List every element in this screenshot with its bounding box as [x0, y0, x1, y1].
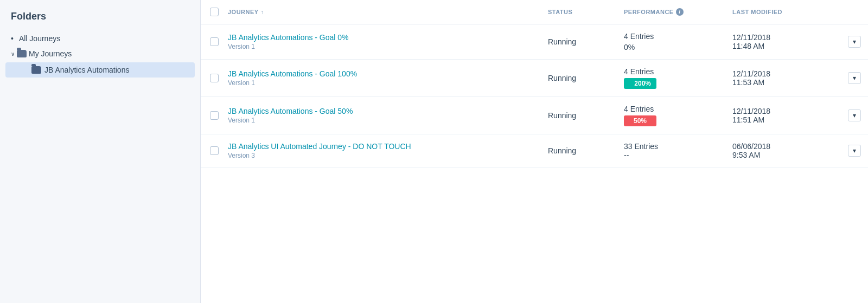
row1-action-button[interactable]: ▾ — [848, 36, 861, 48]
row3-journey-cell: JB Analytics Automations - Goal 50% Vers… — [228, 107, 548, 124]
row4-last-modified: 06/06/2018 9:53 AM — [732, 142, 841, 159]
row3-status: Running — [548, 111, 624, 120]
row4-checkbox-cell — [201, 146, 228, 155]
header-checkbox[interactable] — [210, 8, 219, 16]
table-row: JB Analytics UI Automated Journey - DO N… — [201, 134, 868, 167]
row2-performance: 4 Entries 200% — [624, 67, 732, 89]
row2-performance-bar: 200% — [624, 78, 656, 89]
row3-performance: 4 Entries 50% — [624, 105, 732, 126]
row1-performance: 4 Entries 0% — [624, 32, 732, 51]
row2-last-modified: 12/11/2018 11:53 AM — [732, 69, 841, 87]
row1-last-modified: 12/11/2018 11:48 AM — [732, 33, 841, 50]
table-row: JB Analytics Automations - Goal 50% Vers… — [201, 97, 868, 134]
chevron-down-icon: ∨ — [11, 51, 15, 57]
sidebar-title: Folders — [0, 11, 200, 31]
row2-date: 12/11/2018 — [732, 69, 841, 78]
row2-journey-name[interactable]: JB Analytics Automations - Goal 100% — [228, 69, 548, 78]
sort-icon[interactable]: ↑ — [261, 9, 264, 15]
folder-icon — [17, 50, 27, 57]
subfolder-icon — [31, 66, 41, 74]
header-checkbox-cell — [201, 8, 228, 16]
row2-checkbox-cell — [201, 74, 228, 82]
row2-entries: 4 Entries — [624, 67, 732, 76]
sidebar-item-jb-analytics-automations[interactable]: JB Analytics Automations — [5, 62, 195, 78]
row4-journey-version: Version 3 — [228, 152, 548, 159]
header-journey: JOURNEY ↑ — [228, 9, 548, 15]
row4-action-button[interactable]: ▾ — [848, 145, 861, 157]
row4-date: 06/06/2018 — [732, 142, 841, 151]
row1-journey-name[interactable]: JB Analytics Automations - Goal 0% — [228, 33, 548, 42]
row4-entries: 33 Entries — [624, 142, 732, 151]
row1-checkbox-cell — [201, 37, 228, 46]
header-performance: PERFORMANCE i — [624, 8, 732, 16]
row1-entries: 4 Entries — [624, 32, 732, 41]
row4-journey-name[interactable]: JB Analytics UI Automated Journey - DO N… — [228, 142, 548, 151]
row2-time: 11:53 AM — [732, 78, 841, 87]
row3-action: ▾ — [841, 109, 868, 121]
row3-checkbox-cell — [201, 111, 228, 120]
row3-journey-name[interactable]: JB Analytics Automations - Goal 50% — [228, 107, 548, 115]
row3-journey-version: Version 1 — [228, 117, 548, 124]
row3-performance-bar: 50% — [624, 115, 656, 126]
row3-entries: 4 Entries — [624, 105, 732, 113]
sidebar: Folders • All Journeys ∨ My Journeys JB … — [0, 0, 201, 303]
row4-action: ▾ — [841, 145, 868, 157]
row1-action: ▾ — [841, 36, 868, 48]
row3-last-modified: 12/11/2018 11:51 AM — [732, 107, 841, 124]
row4-performance: 33 Entries -- — [624, 142, 732, 159]
row4-time: 9:53 AM — [732, 151, 841, 159]
row2-status: Running — [548, 74, 624, 82]
header-status: STATUS — [548, 9, 624, 15]
main-content: JOURNEY ↑ STATUS PERFORMANCE i LAST MODI… — [201, 0, 868, 303]
row4-journey-cell: JB Analytics UI Automated Journey - DO N… — [228, 142, 548, 159]
row2-action: ▾ — [841, 72, 868, 84]
row1-journey-version: Version 1 — [228, 43, 548, 50]
row1-checkbox[interactable] — [210, 37, 219, 46]
my-journeys-label: My Journeys — [29, 49, 72, 58]
bullet-icon: • — [11, 34, 14, 43]
row1-performance-value: 0% — [624, 43, 732, 51]
row2-journey-cell: JB Analytics Automations - Goal 100% Ver… — [228, 69, 548, 87]
row1-journey-cell: JB Analytics Automations - Goal 0% Versi… — [228, 33, 548, 50]
info-icon[interactable]: i — [676, 8, 684, 16]
row3-time: 11:51 AM — [732, 115, 841, 124]
sidebar-item-all-journeys[interactable]: • All Journeys — [0, 31, 200, 46]
table-row: JB Analytics Automations - Goal 100% Ver… — [201, 60, 868, 97]
row4-performance-value: -- — [624, 151, 732, 159]
row3-checkbox[interactable] — [210, 111, 219, 120]
header-last-modified: LAST MODIFIED — [732, 9, 841, 15]
sidebar-item-my-journeys[interactable]: ∨ My Journeys — [0, 46, 200, 61]
row4-checkbox[interactable] — [210, 146, 219, 155]
subfolder-label: JB Analytics Automations — [44, 66, 129, 74]
row2-checkbox[interactable] — [210, 74, 219, 82]
row1-time: 11:48 AM — [732, 42, 841, 50]
table-header: JOURNEY ↑ STATUS PERFORMANCE i LAST MODI… — [201, 0, 868, 24]
row4-status: Running — [548, 146, 624, 155]
row1-status: Running — [548, 37, 624, 46]
row2-action-button[interactable]: ▾ — [848, 72, 861, 84]
row2-journey-version: Version 1 — [228, 79, 548, 87]
row1-date: 12/11/2018 — [732, 33, 841, 42]
all-journeys-label: All Journeys — [19, 34, 60, 43]
row3-date: 12/11/2018 — [732, 107, 841, 115]
row3-action-button[interactable]: ▾ — [848, 109, 861, 121]
table-row: JB Analytics Automations - Goal 0% Versi… — [201, 24, 868, 60]
